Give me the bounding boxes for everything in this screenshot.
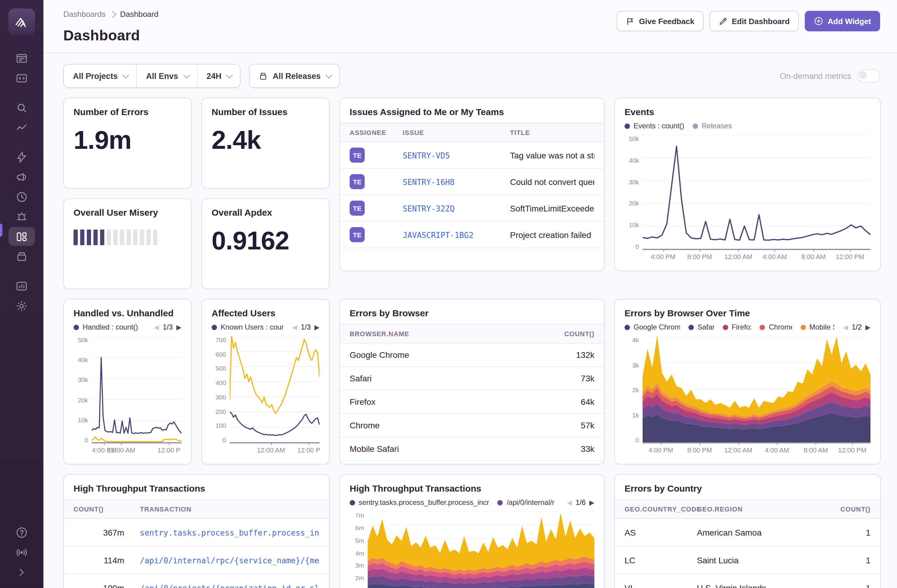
prev-page-icon[interactable]: ◀ (567, 498, 572, 506)
col-assignee[interactable]: ASSIGNEE (350, 129, 403, 136)
legend-item[interactable]: /api/0/internal/r (497, 498, 555, 507)
sidebar-item-stats[interactable] (8, 276, 35, 295)
next-page-icon[interactable]: ▶ (865, 323, 871, 331)
widget-errors-by-country: Errors by Country GEO.COUNTRY_CODE GEO.R… (614, 474, 881, 588)
sidebar-item-dashboards[interactable] (8, 227, 35, 246)
sidebar-item-performance[interactable] (8, 148, 35, 166)
transaction-link[interactable]: /api/0/projects/{organization_id_or_slug… (140, 583, 320, 588)
edit-dashboard-button[interactable]: Edit Dashboard (710, 11, 799, 31)
y-axis-labels: 4k3k2k1k0 (625, 336, 643, 443)
sentry-logo[interactable] (8, 8, 35, 35)
sidebar-bottom-group (8, 522, 35, 582)
add-widget-button[interactable]: Add Widget (805, 11, 880, 31)
avatar: TE (350, 174, 365, 189)
affected-users-line-chart (230, 336, 320, 443)
col-count[interactable]: COUNT() (540, 330, 594, 338)
next-page-icon[interactable]: ▶ (176, 323, 181, 331)
y-axis-labels: 50k40k30k20k10k0 (625, 135, 643, 250)
legend-item[interactable]: Handled : count() (73, 323, 138, 331)
sidebar-item-projects[interactable] (8, 69, 35, 87)
on-demand-metrics: On-demand metrics (780, 69, 880, 82)
legend-item[interactable]: Events : count() (625, 122, 684, 130)
widget-title: Errors by Country (625, 483, 871, 493)
transaction-link[interactable]: sentry.tasks.process_buffer.process_incr (140, 528, 320, 537)
table-row: Chrome57k (340, 414, 604, 437)
legend-item[interactable]: Chrome (760, 323, 792, 331)
prev-page-icon[interactable]: ◀ (843, 323, 848, 331)
active-nav-indicator (0, 223, 2, 237)
col-transaction[interactable]: TRANSACTION (140, 506, 320, 513)
date-range-filter[interactable]: 24H (197, 64, 240, 87)
legend-item[interactable]: Known Users : cour (211, 323, 284, 331)
col-title[interactable]: TITLE (510, 129, 594, 136)
sidebar-item-releases[interactable] (8, 247, 35, 266)
issue-link[interactable]: JAVASCRIPT-1BG2 (403, 231, 473, 240)
col-region[interactable]: GEO.REGION (697, 506, 828, 513)
legend-dot (625, 123, 630, 128)
prev-page-icon[interactable]: ◀ (154, 323, 159, 331)
table-row: LCSaint Lucia1 (615, 547, 880, 574)
table-row: Mobile Safari33k (340, 437, 604, 461)
release-filter[interactable]: All Releases (250, 64, 339, 87)
table-row: Firefox64k (340, 390, 604, 414)
help-icon[interactable] (8, 523, 35, 542)
legend-dot (693, 123, 698, 128)
y-axis-labels: 50k40k30k20k10k0 (73, 336, 92, 443)
sidebar-item-user-feedback[interactable] (8, 168, 35, 186)
chevron-down-icon (325, 72, 332, 79)
broadcast-icon[interactable] (8, 543, 35, 562)
legend-dot (800, 324, 806, 330)
widget-issues-assigned: Issues Assigned to Me or My Teams ASSIGN… (339, 98, 605, 271)
issue-title: Tag value was not a string (510, 150, 594, 160)
sidebar-item-issues[interactable] (8, 49, 35, 67)
widget-title: Events (625, 107, 871, 117)
issue-link[interactable]: SENTRY-32ZQ (403, 204, 455, 213)
sidebar-item-replays[interactable] (8, 187, 35, 206)
legend-dot (722, 324, 728, 330)
transaction-link[interactable]: /api/0/internal/rpc/{service_name}/{meth… (140, 556, 320, 565)
issue-link[interactable]: SENTRY-16H8 (403, 177, 455, 186)
filter-bar: All Projects All Envs 24H All Releases O… (43, 53, 897, 88)
next-page-icon[interactable]: ▶ (314, 323, 320, 331)
page-filters: All Projects All Envs 24H (63, 64, 241, 88)
project-filter[interactable]: All Projects (64, 64, 136, 87)
environment-filter[interactable]: All Envs (136, 64, 197, 87)
sidebar-item-alerts[interactable] (8, 207, 35, 226)
widget-errors-by-browser: Errors by Browser BROWSER.NAME COUNT() G… (339, 299, 605, 464)
sidebar-item-settings[interactable] (8, 296, 35, 315)
legend-item[interactable]: Mobile S (800, 323, 834, 331)
header-actions: Give Feedback Edit Dashboard Add Widget (617, 10, 880, 31)
prev-page-icon[interactable]: ◀ (292, 323, 297, 331)
x-axis-labels: 4:00 PM12:00 AM12:00 P (92, 443, 181, 455)
chart-legend: Events : count() Releases (625, 121, 871, 131)
legend-item[interactable]: sentry.tasks.process_buffer.process_incr (350, 498, 489, 507)
y-axis-labels: 7006005004003002001000 (211, 336, 230, 443)
collapse-sidebar-icon[interactable] (8, 563, 35, 581)
legend-dot (625, 324, 630, 330)
issue-link[interactable]: SENTRY-VD5 (403, 151, 450, 160)
breadcrumb-dashboards-link[interactable]: Dashboards (63, 10, 106, 19)
avatar: TE (350, 148, 365, 163)
col-count[interactable]: COUNT() (828, 506, 871, 513)
next-page-icon[interactable]: ▶ (589, 498, 594, 506)
big-number-value: 0.9162 (211, 226, 320, 255)
page-indicator: 1/2 (852, 323, 862, 331)
sidebar-item-metrics[interactable] (8, 118, 35, 137)
legend-item[interactable]: Firefox (722, 323, 751, 331)
issue-title: Project creation failed (510, 230, 594, 240)
chart-legend: sentry.tasks.process_buffer.process_incr… (350, 497, 594, 508)
legend-item[interactable]: Google Chrome (625, 323, 680, 331)
sidebar-item-search[interactable] (8, 98, 35, 117)
give-feedback-button[interactable]: Give Feedback (617, 11, 704, 31)
legend-dot (211, 324, 217, 330)
legend-item[interactable]: Releases (693, 122, 732, 130)
col-country-code[interactable]: GEO.COUNTRY_CODE (625, 506, 697, 513)
table-row: Safari73k (340, 367, 604, 390)
col-count[interactable]: COUNT() (73, 506, 140, 513)
col-browser-name[interactable]: BROWSER.NAME (350, 330, 540, 338)
on-demand-toggle[interactable] (857, 69, 880, 82)
legend-item[interactable]: Safari (689, 323, 714, 331)
legend-pagination: ◀ 1/3 ▶ (292, 323, 320, 331)
widget-title: Overall Apdex (211, 207, 320, 217)
col-issue[interactable]: ISSUE (403, 129, 510, 136)
